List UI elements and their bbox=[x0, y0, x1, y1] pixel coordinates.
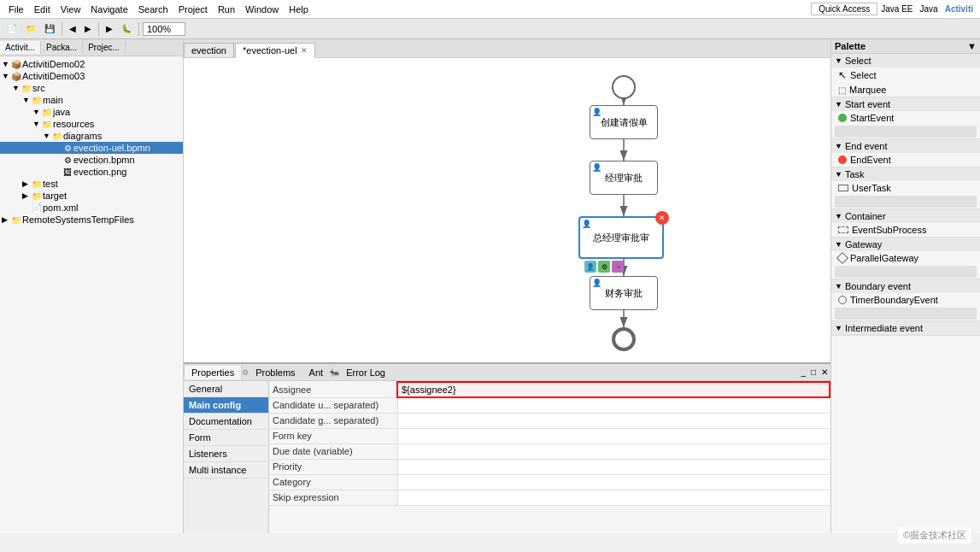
close-icon[interactable]: ✕ bbox=[819, 367, 830, 377]
tab-package[interactable]: Packa... bbox=[41, 41, 83, 54]
tab-close-icon[interactable]: ✕ bbox=[301, 46, 308, 55]
tab-activit[interactable]: Activit... bbox=[0, 41, 41, 54]
tree-item-main[interactable]: ▼ 📁 main bbox=[0, 94, 183, 106]
toolbar-run[interactable]: ▶ bbox=[103, 22, 116, 35]
user-icon[interactable]: 👤 bbox=[584, 261, 596, 273]
palette-group-header-boundary[interactable]: ▼ Boundary event bbox=[831, 279, 980, 293]
menu-edit[interactable]: Edit bbox=[29, 3, 56, 16]
toolbar-debug[interactable]: 🐛 bbox=[118, 22, 135, 35]
palette-item-end-event[interactable]: EndEvent bbox=[831, 153, 980, 167]
menu-file[interactable]: File bbox=[3, 3, 29, 16]
props-tab-listeners[interactable]: Listeners bbox=[184, 446, 268, 462]
tree-item-evection-png[interactable]: 🖼 evection.png bbox=[0, 166, 183, 178]
tree-item-java[interactable]: ▼ 📁 java bbox=[0, 106, 183, 118]
tree-item-evection-uel-bpmn[interactable]: ⚙ evection-uel.bpmn bbox=[0, 142, 183, 154]
tree-item-activitidemo02[interactable]: ▼ 📦 ActivitiDemo02 bbox=[0, 58, 183, 70]
palette-item-usertask[interactable]: UserTask bbox=[831, 181, 980, 195]
java-ee-perspective[interactable]: Java EE bbox=[877, 4, 916, 14]
palette-item-start-event[interactable]: StartEvent bbox=[831, 111, 980, 125]
props-value-input[interactable] bbox=[402, 431, 827, 441]
tree-item-pom-xml[interactable]: 📄 pom.xml bbox=[0, 202, 183, 214]
props-value-cell[interactable] bbox=[397, 459, 830, 474]
tree-item-test[interactable]: ▶ 📁 test bbox=[0, 178, 183, 190]
tree-item-activitidemo03[interactable]: ▼ 📦 ActivitiDemo03 bbox=[0, 70, 183, 82]
palette-group-header-start[interactable]: ▼ Start event bbox=[831, 97, 980, 111]
tree-item-remotesystems[interactable]: ▶ 📁 RemoteSystemsTempFiles bbox=[0, 214, 183, 226]
props-value-cell[interactable] bbox=[397, 382, 830, 397]
bpmn-canvas[interactable]: 👤 创建请假单 👤 经理审批 👤 总经理审批审 ✕ 👤 bbox=[184, 58, 830, 362]
props-value-cell[interactable] bbox=[397, 490, 830, 505]
toolbar-open[interactable]: 📁 bbox=[22, 22, 39, 35]
tree-item-evection-bpmn[interactable]: ⚙ evection.bpmn bbox=[0, 154, 183, 166]
bpmn-end-event[interactable] bbox=[612, 327, 636, 351]
props-tab-form[interactable]: Form bbox=[184, 430, 268, 446]
props-value-input[interactable] bbox=[402, 446, 827, 456]
tab-evection-uel[interactable]: *evection-uel ✕ bbox=[235, 43, 315, 58]
menu-navigate[interactable]: Navigate bbox=[85, 3, 132, 16]
arrow-icon[interactable]: → bbox=[612, 261, 624, 273]
left-panel-tabs: Activit... Packa... Projec... bbox=[0, 39, 183, 56]
menu-run[interactable]: Run bbox=[213, 3, 240, 16]
menu-help[interactable]: Help bbox=[284, 3, 314, 16]
palette-group-header-task[interactable]: ▼ Task bbox=[831, 167, 980, 181]
tree-item-target[interactable]: ▶ 📁 target bbox=[0, 190, 183, 202]
maximize-icon[interactable]: □ bbox=[808, 367, 819, 377]
palette-collapse-icon[interactable]: ▼ bbox=[967, 41, 977, 51]
tab-ant[interactable]: Ant bbox=[302, 366, 331, 379]
bpmn-task-gm-approve[interactable]: 👤 总经理审批审 ✕ 👤 ⚙ → bbox=[578, 216, 664, 259]
tab-project[interactable]: Projec... bbox=[83, 41, 126, 54]
menu-search[interactable]: Search bbox=[133, 3, 173, 16]
activiti-perspective[interactable]: Activiti bbox=[942, 4, 977, 14]
toolbar-new[interactable]: 📄 bbox=[3, 22, 21, 35]
tab-problems[interactable]: Problems bbox=[249, 366, 302, 379]
palette-item-marquee[interactable]: ⬚ Marquee bbox=[831, 83, 980, 97]
palette-group-header-end[interactable]: ▼ End event bbox=[831, 139, 980, 153]
props-tab-main-config[interactable]: Main config bbox=[184, 397, 268, 414]
delete-icon[interactable]: ✕ bbox=[655, 211, 669, 225]
props-value-cell[interactable] bbox=[397, 413, 830, 428]
props-value-input[interactable] bbox=[402, 385, 825, 395]
props-tab-general[interactable]: General bbox=[184, 381, 268, 397]
palette-group-header-intermediate[interactable]: ▼ Intermediate event bbox=[831, 321, 980, 335]
menu-window[interactable]: Window bbox=[240, 3, 284, 16]
props-tab-multi-instance[interactable]: Multi instance bbox=[184, 462, 268, 479]
timer-boundary-icon bbox=[838, 296, 847, 304]
gear-icon[interactable]: ⚙ bbox=[598, 261, 610, 273]
toolbar-forward[interactable]: ▶ bbox=[81, 22, 95, 35]
props-value-input[interactable] bbox=[402, 492, 827, 502]
zoom-input[interactable] bbox=[143, 22, 185, 36]
tree-item-resources[interactable]: ▼ 📁 resources bbox=[0, 118, 183, 130]
menu-project[interactable]: Project bbox=[173, 3, 213, 16]
tree-item-src[interactable]: ▼ 📁 src bbox=[0, 82, 183, 94]
java-perspective[interactable]: Java bbox=[917, 4, 942, 14]
tab-error-log[interactable]: Error Log bbox=[339, 366, 392, 379]
minimize-icon[interactable]: _ bbox=[798, 367, 808, 377]
props-value-cell[interactable] bbox=[397, 397, 830, 413]
tab-properties[interactable]: Properties bbox=[184, 366, 242, 379]
palette-item-select[interactable]: ↖ Select bbox=[831, 68, 980, 83]
palette-group-header-select[interactable]: ▼ Select bbox=[831, 54, 980, 68]
palette-group-header-container[interactable]: ▼ Container bbox=[831, 209, 980, 223]
palette-item-parallelgateway[interactable]: ParallelGateway bbox=[831, 251, 980, 265]
quick-access-input[interactable]: Quick Access bbox=[811, 3, 877, 15]
tree-item-diagrams[interactable]: ▼ 📁 diagrams bbox=[0, 130, 183, 142]
toolbar-save[interactable]: 💾 bbox=[41, 22, 58, 35]
palette-item-timerboundary[interactable]: TimerBoundaryEvent bbox=[831, 293, 980, 307]
bpmn-task-manager-approve[interactable]: 👤 经理审批 bbox=[590, 161, 658, 195]
props-tab-documentation[interactable]: Documentation bbox=[184, 414, 268, 430]
props-value-cell[interactable] bbox=[397, 474, 830, 490]
props-value-input[interactable] bbox=[402, 415, 827, 426]
props-value-input[interactable] bbox=[402, 400, 827, 410]
bpmn-start-event[interactable] bbox=[612, 75, 636, 99]
bpmn-task-finance-approve[interactable]: 👤 财务审批 bbox=[590, 276, 658, 310]
bpmn-task-create-form[interactable]: 👤 创建请假单 bbox=[590, 105, 658, 139]
toolbar-back[interactable]: ◀ bbox=[66, 22, 79, 35]
tab-evection[interactable]: evection bbox=[184, 43, 234, 57]
props-value-input[interactable] bbox=[402, 477, 827, 487]
palette-item-eventsubprocess[interactable]: EventSubProcess bbox=[831, 223, 980, 237]
props-value-cell[interactable] bbox=[397, 443, 830, 459]
menu-view[interactable]: View bbox=[56, 3, 86, 16]
props-value-input[interactable] bbox=[402, 461, 827, 472]
props-value-cell[interactable] bbox=[397, 428, 830, 443]
palette-group-header-gateway[interactable]: ▼ Gateway bbox=[831, 238, 980, 251]
